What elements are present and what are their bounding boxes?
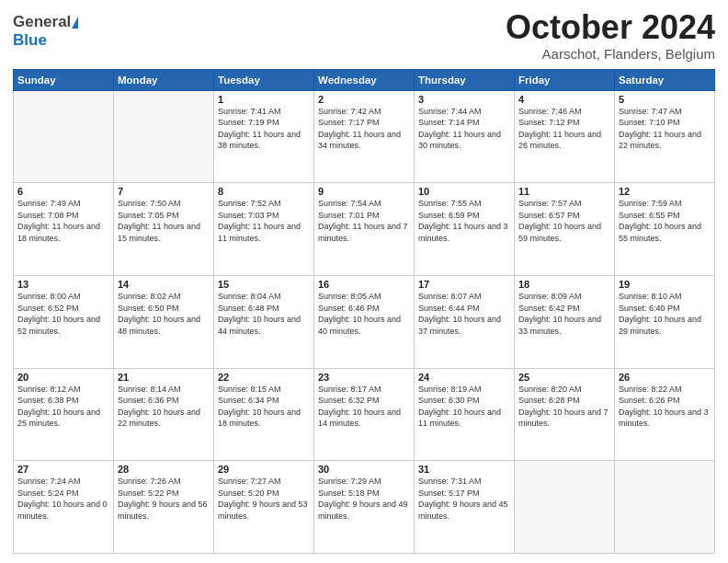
sunset-text: Sunset: 6:57 PM <box>518 210 610 222</box>
daylight-text: Daylight: 9 hours and 56 minutes. <box>118 499 210 522</box>
calendar-cell: 23Sunrise: 8:17 AMSunset: 6:32 PMDayligh… <box>314 368 415 461</box>
day-number: 15 <box>218 279 310 290</box>
day-number: 14 <box>118 279 210 290</box>
day-number: 22 <box>218 372 310 383</box>
sunrise-text: Sunrise: 8:04 AM <box>218 291 310 303</box>
calendar-cell: 22Sunrise: 8:15 AMSunset: 6:34 PMDayligh… <box>214 368 314 461</box>
day-info: Sunrise: 7:55 AMSunset: 6:59 PMDaylight:… <box>418 198 510 244</box>
sunset-text: Sunset: 6:40 PM <box>619 303 711 315</box>
calendar-cell: 16Sunrise: 8:05 AMSunset: 6:46 PMDayligh… <box>314 275 415 368</box>
day-info: Sunrise: 8:00 AMSunset: 6:52 PMDaylight:… <box>17 291 109 337</box>
sunset-text: Sunset: 6:46 PM <box>318 303 410 315</box>
calendar-week-2: 13Sunrise: 8:00 AMSunset: 6:52 PMDayligh… <box>14 275 715 368</box>
daylight-text: Daylight: 10 hours and 0 minutes. <box>17 499 109 522</box>
sunrise-text: Sunrise: 7:57 AM <box>518 198 610 210</box>
calendar-cell: 13Sunrise: 8:00 AMSunset: 6:52 PMDayligh… <box>14 275 114 368</box>
daylight-text: Daylight: 10 hours and 48 minutes. <box>118 314 210 337</box>
col-sunday: Sunday <box>14 69 114 90</box>
day-number: 26 <box>619 372 711 383</box>
calendar-week-3: 20Sunrise: 8:12 AMSunset: 6:38 PMDayligh… <box>14 368 715 461</box>
sunset-text: Sunset: 6:52 PM <box>17 303 109 315</box>
sunset-text: Sunset: 7:05 PM <box>118 210 210 222</box>
col-monday: Monday <box>114 69 214 90</box>
daylight-text: Daylight: 11 hours and 11 minutes. <box>218 221 310 244</box>
day-info: Sunrise: 8:05 AMSunset: 6:46 PMDaylight:… <box>318 291 410 337</box>
calendar-cell: 2Sunrise: 7:42 AMSunset: 7:17 PMDaylight… <box>314 90 415 183</box>
sunrise-text: Sunrise: 7:49 AM <box>17 198 109 210</box>
day-info: Sunrise: 8:10 AMSunset: 6:40 PMDaylight:… <box>619 291 711 337</box>
day-info: Sunrise: 7:52 AMSunset: 7:03 PMDaylight:… <box>218 198 310 244</box>
day-number: 4 <box>518 94 610 105</box>
sunset-text: Sunset: 6:28 PM <box>518 395 610 407</box>
daylight-text: Daylight: 10 hours and 29 minutes. <box>619 314 711 337</box>
daylight-text: Daylight: 9 hours and 49 minutes. <box>318 499 410 522</box>
sunset-text: Sunset: 7:03 PM <box>218 210 310 222</box>
sunrise-text: Sunrise: 7:47 AM <box>619 106 711 118</box>
calendar-cell: 9Sunrise: 7:54 AMSunset: 7:01 PMDaylight… <box>314 183 415 276</box>
day-info: Sunrise: 8:17 AMSunset: 6:32 PMDaylight:… <box>318 384 410 430</box>
day-info: Sunrise: 7:42 AMSunset: 7:17 PMDaylight:… <box>318 106 410 152</box>
calendar-cell: 12Sunrise: 7:59 AMSunset: 6:55 PMDayligh… <box>615 183 715 276</box>
day-number: 13 <box>17 279 109 290</box>
day-info: Sunrise: 7:46 AMSunset: 7:12 PMDaylight:… <box>518 106 610 152</box>
day-number: 8 <box>218 186 310 197</box>
sunset-text: Sunset: 5:18 PM <box>318 488 410 500</box>
calendar-cell: 7Sunrise: 7:50 AMSunset: 7:05 PMDaylight… <box>114 183 214 276</box>
calendar-cell: 26Sunrise: 8:22 AMSunset: 6:26 PMDayligh… <box>615 368 715 461</box>
day-info: Sunrise: 8:12 AMSunset: 6:38 PMDaylight:… <box>17 384 109 430</box>
sunset-text: Sunset: 6:48 PM <box>218 303 310 315</box>
sunrise-text: Sunrise: 8:10 AM <box>619 291 711 303</box>
daylight-text: Daylight: 11 hours and 26 minutes. <box>518 129 610 152</box>
daylight-text: Daylight: 11 hours and 3 minutes. <box>418 221 510 244</box>
calendar-cell: 18Sunrise: 8:09 AMSunset: 6:42 PMDayligh… <box>515 275 615 368</box>
day-number: 29 <box>218 464 310 475</box>
sunset-text: Sunset: 7:01 PM <box>318 210 410 222</box>
daylight-text: Daylight: 10 hours and 7 minutes. <box>518 407 610 430</box>
calendar-cell: 14Sunrise: 8:02 AMSunset: 6:50 PMDayligh… <box>114 275 214 368</box>
day-number: 24 <box>418 372 510 383</box>
sunrise-text: Sunrise: 7:27 AM <box>218 476 310 488</box>
sunset-text: Sunset: 6:36 PM <box>118 395 210 407</box>
sunrise-text: Sunrise: 7:29 AM <box>318 476 410 488</box>
day-info: Sunrise: 7:31 AMSunset: 5:17 PMDaylight:… <box>418 476 510 522</box>
calendar-header-row: Sunday Monday Tuesday Wednesday Thursday… <box>14 69 715 90</box>
sunrise-text: Sunrise: 8:12 AM <box>17 384 109 396</box>
sunset-text: Sunset: 7:14 PM <box>418 117 510 129</box>
calendar-week-4: 27Sunrise: 7:24 AMSunset: 5:24 PMDayligh… <box>14 461 715 554</box>
day-number: 27 <box>17 464 109 475</box>
sunrise-text: Sunrise: 7:46 AM <box>518 106 610 118</box>
day-info: Sunrise: 7:47 AMSunset: 7:10 PMDaylight:… <box>619 106 711 152</box>
day-number: 16 <box>318 279 410 290</box>
daylight-text: Daylight: 10 hours and 40 minutes. <box>318 314 410 337</box>
calendar-cell: 21Sunrise: 8:14 AMSunset: 6:36 PMDayligh… <box>114 368 214 461</box>
calendar-cell: 17Sunrise: 8:07 AMSunset: 6:44 PMDayligh… <box>415 275 515 368</box>
sunset-text: Sunset: 6:44 PM <box>418 303 510 315</box>
day-info: Sunrise: 8:07 AMSunset: 6:44 PMDaylight:… <box>418 291 510 337</box>
calendar-cell: 10Sunrise: 7:55 AMSunset: 6:59 PMDayligh… <box>415 183 515 276</box>
daylight-text: Daylight: 10 hours and 14 minutes. <box>318 407 410 430</box>
day-number: 30 <box>318 464 410 475</box>
sunset-text: Sunset: 7:10 PM <box>619 117 711 129</box>
sunrise-text: Sunrise: 7:41 AM <box>218 106 310 118</box>
day-info: Sunrise: 8:15 AMSunset: 6:34 PMDaylight:… <box>218 384 310 430</box>
daylight-text: Daylight: 11 hours and 18 minutes. <box>17 221 109 244</box>
sunrise-text: Sunrise: 8:20 AM <box>518 384 610 396</box>
day-info: Sunrise: 8:14 AMSunset: 6:36 PMDaylight:… <box>118 384 210 430</box>
day-number: 11 <box>518 186 610 197</box>
sunset-text: Sunset: 7:17 PM <box>318 117 410 129</box>
col-saturday: Saturday <box>615 69 715 90</box>
sunrise-text: Sunrise: 8:15 AM <box>218 384 310 396</box>
daylight-text: Daylight: 10 hours and 3 minutes. <box>619 407 711 430</box>
daylight-text: Daylight: 11 hours and 38 minutes. <box>218 129 310 152</box>
daylight-text: Daylight: 11 hours and 15 minutes. <box>118 221 210 244</box>
calendar-week-0: 1Sunrise: 7:41 AMSunset: 7:19 PMDaylight… <box>14 90 715 183</box>
header: General Blue October 2024 Aarschot, Flan… <box>13 9 715 62</box>
sunset-text: Sunset: 6:55 PM <box>619 210 711 222</box>
daylight-text: Daylight: 10 hours and 44 minutes. <box>218 314 310 337</box>
sunrise-text: Sunrise: 8:19 AM <box>418 384 510 396</box>
sunrise-text: Sunrise: 7:44 AM <box>418 106 510 118</box>
day-info: Sunrise: 7:41 AMSunset: 7:19 PMDaylight:… <box>218 106 310 152</box>
sunset-text: Sunset: 6:59 PM <box>418 210 510 222</box>
calendar-cell: 6Sunrise: 7:49 AMSunset: 7:08 PMDaylight… <box>14 183 114 276</box>
sunset-text: Sunset: 6:32 PM <box>318 395 410 407</box>
